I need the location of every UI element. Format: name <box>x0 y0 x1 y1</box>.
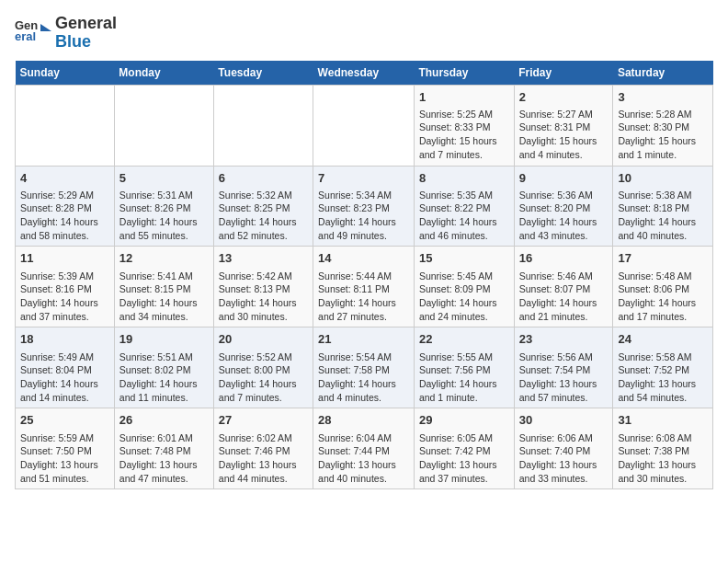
calendar-cell: 31Sunrise: 6:08 AM Sunset: 7:38 PM Dayli… <box>613 408 713 489</box>
day-number: 10 <box>618 170 708 187</box>
calendar-cell: 22Sunrise: 5:55 AM Sunset: 7:56 PM Dayli… <box>414 327 514 408</box>
day-number: 3 <box>618 89 708 106</box>
calendar-cell: 9Sunrise: 5:36 AM Sunset: 8:20 PM Daylig… <box>514 166 613 247</box>
calendar-cell: 14Sunrise: 5:44 AM Sunset: 8:11 PM Dayli… <box>313 247 415 327</box>
day-header-thursday: Thursday <box>414 61 514 86</box>
cell-content: Sunrise: 6:01 AM Sunset: 7:48 PM Dayligh… <box>119 431 209 486</box>
cell-content: Sunrise: 5:36 AM Sunset: 8:20 PM Dayligh… <box>519 189 609 243</box>
cell-content: Sunrise: 5:45 AM Sunset: 8:09 PM Dayligh… <box>419 270 509 324</box>
calendar-cell: 8Sunrise: 5:35 AM Sunset: 8:22 PM Daylig… <box>414 166 514 247</box>
calendar-table: SundayMondayTuesdayWednesdayThursdayFrid… <box>15 61 713 490</box>
cell-content: Sunrise: 5:31 AM Sunset: 8:26 PM Dayligh… <box>119 189 209 243</box>
day-number: 25 <box>20 412 109 429</box>
calendar-cell: 21Sunrise: 5:54 AM Sunset: 7:58 PM Dayli… <box>313 327 415 408</box>
day-header-tuesday: Tuesday <box>213 61 313 86</box>
cell-content: Sunrise: 6:05 AM Sunset: 7:42 PM Dayligh… <box>419 431 509 486</box>
calendar-cell: 23Sunrise: 5:56 AM Sunset: 7:54 PM Dayli… <box>514 327 613 408</box>
calendar-cell <box>114 85 213 166</box>
day-number: 11 <box>20 250 109 267</box>
day-number: 7 <box>318 170 409 187</box>
day-number: 6 <box>219 170 308 187</box>
cell-content: Sunrise: 5:52 AM Sunset: 8:00 PM Dayligh… <box>219 350 308 405</box>
day-number: 26 <box>119 412 209 429</box>
cell-content: Sunrise: 6:04 AM Sunset: 7:44 PM Dayligh… <box>318 431 409 486</box>
day-number: 21 <box>318 331 409 348</box>
calendar-cell: 7Sunrise: 5:34 AM Sunset: 8:23 PM Daylig… <box>313 166 415 247</box>
calendar-cell: 28Sunrise: 6:04 AM Sunset: 7:44 PM Dayli… <box>313 408 415 489</box>
calendar-cell <box>313 85 415 166</box>
cell-content: Sunrise: 5:51 AM Sunset: 8:02 PM Dayligh… <box>119 350 209 405</box>
calendar-cell: 2Sunrise: 5:27 AM Sunset: 8:31 PM Daylig… <box>514 85 613 166</box>
day-number: 24 <box>618 331 708 348</box>
day-number: 4 <box>20 170 109 187</box>
day-number: 14 <box>318 250 409 267</box>
logo-general-text: General <box>55 14 117 32</box>
calendar-cell: 4Sunrise: 5:29 AM Sunset: 8:28 PM Daylig… <box>16 166 115 247</box>
calendar-cell: 29Sunrise: 6:05 AM Sunset: 7:42 PM Dayli… <box>414 408 514 489</box>
day-number: 9 <box>519 170 609 187</box>
calendar-cell: 13Sunrise: 5:42 AM Sunset: 8:13 PM Dayli… <box>213 247 313 327</box>
day-number: 12 <box>119 250 209 267</box>
week-row-4: 18Sunrise: 5:49 AM Sunset: 8:04 PM Dayli… <box>16 327 713 408</box>
cell-content: Sunrise: 6:02 AM Sunset: 7:46 PM Dayligh… <box>219 431 308 486</box>
cell-content: Sunrise: 5:54 AM Sunset: 7:58 PM Dayligh… <box>318 350 409 405</box>
logo: GeneralGeneral Blue <box>15 15 117 52</box>
cell-content: Sunrise: 5:44 AM Sunset: 8:11 PM Dayligh… <box>318 270 409 324</box>
day-number: 18 <box>20 331 109 348</box>
day-number: 17 <box>618 250 708 267</box>
calendar-cell: 11Sunrise: 5:39 AM Sunset: 8:16 PM Dayli… <box>16 247 115 327</box>
calendar-cell: 30Sunrise: 6:06 AM Sunset: 7:40 PM Dayli… <box>514 408 613 489</box>
cell-content: Sunrise: 5:25 AM Sunset: 8:33 PM Dayligh… <box>419 108 509 162</box>
day-header-sunday: Sunday <box>16 61 115 86</box>
cell-content: Sunrise: 5:29 AM Sunset: 8:28 PM Dayligh… <box>20 189 109 243</box>
calendar-cell: 15Sunrise: 5:45 AM Sunset: 8:09 PM Dayli… <box>414 247 514 327</box>
calendar-cell: 10Sunrise: 5:38 AM Sunset: 8:18 PM Dayli… <box>613 166 713 247</box>
calendar-cell: 17Sunrise: 5:48 AM Sunset: 8:06 PM Dayli… <box>613 247 713 327</box>
cell-content: Sunrise: 5:48 AM Sunset: 8:06 PM Dayligh… <box>618 270 708 324</box>
cell-content: Sunrise: 5:32 AM Sunset: 8:25 PM Dayligh… <box>219 189 308 243</box>
week-row-1: 1Sunrise: 5:25 AM Sunset: 8:33 PM Daylig… <box>16 85 713 166</box>
day-header-saturday: Saturday <box>613 61 713 86</box>
calendar-cell: 16Sunrise: 5:46 AM Sunset: 8:07 PM Dayli… <box>514 247 613 327</box>
cell-content: Sunrise: 5:46 AM Sunset: 8:07 PM Dayligh… <box>519 270 609 324</box>
svg-text:eral: eral <box>15 29 36 43</box>
calendar-cell: 27Sunrise: 6:02 AM Sunset: 7:46 PM Dayli… <box>213 408 313 489</box>
calendar-cell: 1Sunrise: 5:25 AM Sunset: 8:33 PM Daylig… <box>414 85 514 166</box>
day-number: 23 <box>519 331 609 348</box>
day-number: 8 <box>419 170 509 187</box>
cell-content: Sunrise: 5:39 AM Sunset: 8:16 PM Dayligh… <box>20 270 109 324</box>
day-header-monday: Monday <box>114 61 213 86</box>
svg-marker-2 <box>40 24 51 31</box>
calendar-cell: 26Sunrise: 6:01 AM Sunset: 7:48 PM Dayli… <box>114 408 213 489</box>
day-number: 27 <box>219 412 308 429</box>
cell-content: Sunrise: 5:35 AM Sunset: 8:22 PM Dayligh… <box>419 189 509 243</box>
cell-content: Sunrise: 5:42 AM Sunset: 8:13 PM Dayligh… <box>219 270 308 324</box>
day-header-wednesday: Wednesday <box>313 61 415 86</box>
calendar-cell <box>16 85 115 166</box>
cell-content: Sunrise: 5:59 AM Sunset: 7:50 PM Dayligh… <box>20 431 109 486</box>
calendar-cell: 25Sunrise: 5:59 AM Sunset: 7:50 PM Dayli… <box>16 408 115 489</box>
day-number: 28 <box>318 412 409 429</box>
cell-content: Sunrise: 6:08 AM Sunset: 7:38 PM Dayligh… <box>618 431 708 486</box>
day-number: 2 <box>519 89 609 106</box>
calendar-cell <box>213 85 313 166</box>
day-number: 16 <box>519 250 609 267</box>
cell-content: Sunrise: 5:41 AM Sunset: 8:15 PM Dayligh… <box>119 270 209 324</box>
calendar-cell: 24Sunrise: 5:58 AM Sunset: 7:52 PM Dayli… <box>613 327 713 408</box>
cell-content: Sunrise: 5:38 AM Sunset: 8:18 PM Dayligh… <box>618 189 708 243</box>
day-number: 20 <box>219 331 308 348</box>
cell-content: Sunrise: 5:55 AM Sunset: 7:56 PM Dayligh… <box>419 350 509 405</box>
day-number: 31 <box>618 412 708 429</box>
day-number: 22 <box>419 331 509 348</box>
week-row-2: 4Sunrise: 5:29 AM Sunset: 8:28 PM Daylig… <box>16 166 713 247</box>
week-row-5: 25Sunrise: 5:59 AM Sunset: 7:50 PM Dayli… <box>16 408 713 489</box>
week-row-3: 11Sunrise: 5:39 AM Sunset: 8:16 PM Dayli… <box>16 247 713 327</box>
logo-icon: General <box>15 17 51 50</box>
header: GeneralGeneral Blue <box>15 15 713 52</box>
cell-content: Sunrise: 5:49 AM Sunset: 8:04 PM Dayligh… <box>20 350 109 405</box>
cell-content: Sunrise: 5:34 AM Sunset: 8:23 PM Dayligh… <box>318 189 409 243</box>
cell-content: Sunrise: 6:06 AM Sunset: 7:40 PM Dayligh… <box>519 431 609 486</box>
day-number: 1 <box>419 89 509 106</box>
day-number: 15 <box>419 250 509 267</box>
calendar-cell: 19Sunrise: 5:51 AM Sunset: 8:02 PM Dayli… <box>114 327 213 408</box>
